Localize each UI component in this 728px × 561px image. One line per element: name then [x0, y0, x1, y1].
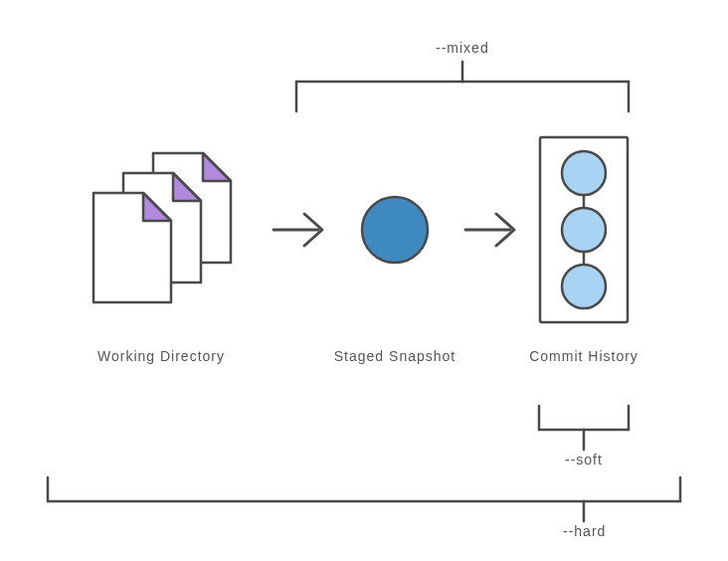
- commit-history-label: Commit History: [514, 346, 653, 367]
- hard-flag-label: --hard: [563, 523, 606, 539]
- soft-flag-label: --soft: [565, 452, 603, 468]
- commit-history-icon: [540, 137, 628, 322]
- git-reset-scope-diagram: Working Directory Staged Snapshot Commit…: [0, 0, 728, 561]
- arrow-working-to-staged: [273, 214, 322, 246]
- working-directory-icon: [93, 153, 231, 302]
- mixed-flag-label: --mixed: [436, 40, 489, 56]
- svg-point-17: [562, 265, 606, 308]
- svg-point-15: [562, 151, 606, 195]
- staged-snapshot-label: Staged Snapshot: [325, 346, 464, 367]
- staged-snapshot-icon: [362, 197, 428, 263]
- arrow-staged-to-commit: [465, 214, 514, 246]
- working-directory-label: Working Directory: [91, 346, 231, 367]
- diagram-svg: [0, 0, 728, 561]
- soft-bracket: [539, 406, 629, 450]
- svg-point-16: [562, 208, 606, 252]
- mixed-bracket: [296, 62, 629, 111]
- svg-marker-6: [203, 153, 231, 181]
- hard-bracket: [48, 477, 680, 521]
